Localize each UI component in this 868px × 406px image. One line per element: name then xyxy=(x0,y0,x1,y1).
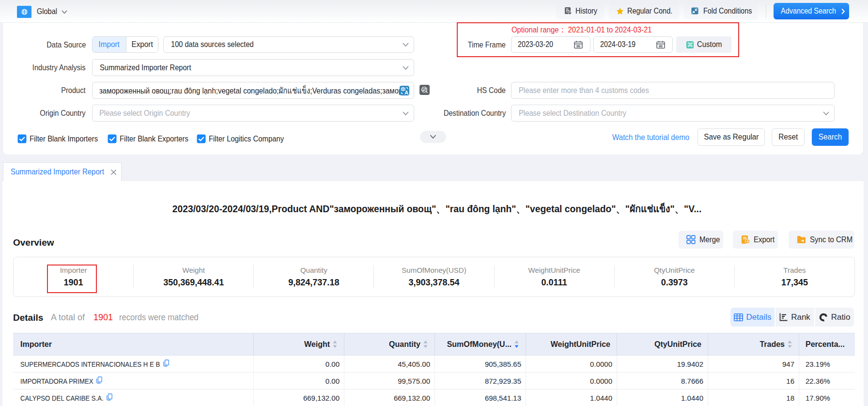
svg-text:A: A xyxy=(404,90,408,95)
